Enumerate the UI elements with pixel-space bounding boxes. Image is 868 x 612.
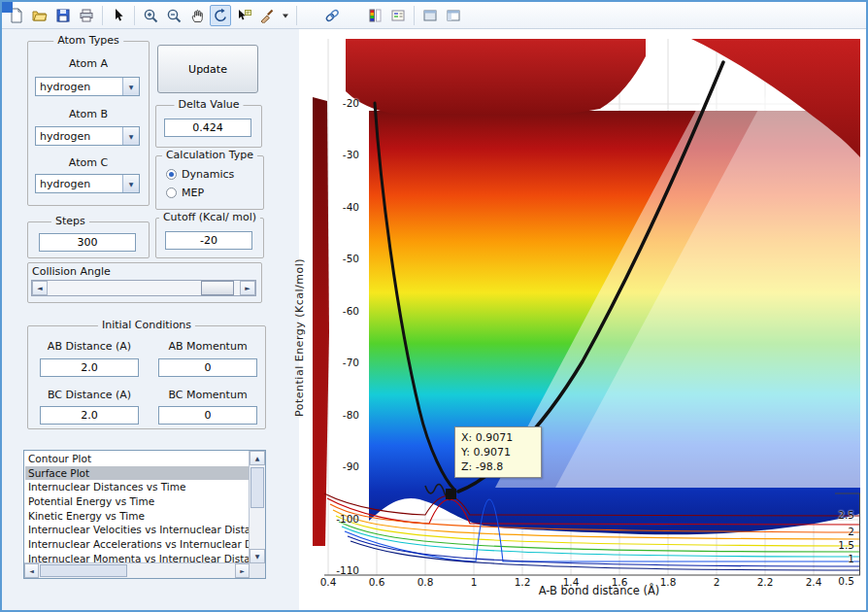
- plot-type-list-rows: Contour PlotSurface PlotInternuclear Dis…: [25, 452, 250, 563]
- link-plots-button[interactable]: [321, 5, 343, 26]
- depth-axis-tick: 0.5: [823, 575, 854, 587]
- delta-value-group: Delta Value: [155, 105, 262, 148]
- depth-axis-tick: 2.5: [823, 509, 854, 521]
- radio-mep-label: MEP: [182, 187, 204, 199]
- slider-left-arrow[interactable]: [32, 281, 48, 295]
- open-file-button[interactable]: [29, 5, 50, 26]
- print-figure-button[interactable]: [76, 5, 97, 26]
- delta-value-field[interactable]: [164, 119, 251, 137]
- data-cursor-marker[interactable]: [446, 489, 456, 499]
- x-axis-tick: 1: [458, 576, 489, 588]
- steps-field[interactable]: [39, 233, 136, 252]
- slider-thumb[interactable]: [201, 281, 234, 295]
- datatip-x-value: X: 0.9071: [461, 430, 535, 445]
- list-item[interactable]: Contour Plot: [25, 452, 250, 466]
- vertical-scrollbar[interactable]: [249, 451, 265, 563]
- save-floppy-icon: [55, 8, 71, 23]
- radio-button-icon[interactable]: [166, 187, 177, 198]
- x-axis-tick: 1.4: [555, 576, 586, 588]
- ab-distance-field[interactable]: [40, 358, 139, 377]
- list-item[interactable]: Surface Plot: [25, 466, 250, 481]
- list-item[interactable]: Internuclear Velocities vs Internuclear …: [25, 523, 250, 537]
- z-axis-tick: -50: [324, 253, 359, 264]
- pan-hand-icon: [189, 8, 205, 23]
- x-axis-tick: 1.8: [652, 576, 684, 588]
- pan-button[interactable]: [186, 5, 208, 26]
- scroll-up-arrow[interactable]: [250, 451, 265, 465]
- cutoff-field[interactable]: [165, 231, 252, 250]
- radio-dynamics[interactable]: Dynamics: [166, 168, 234, 181]
- edit-plot-button[interactable]: [108, 5, 129, 26]
- toolbar-separator: [414, 6, 415, 25]
- atom-a-value: hydrogen: [40, 81, 90, 93]
- vertical-scroll-thumb[interactable]: [250, 467, 264, 508]
- calculation-type-group: Calculation Type Dynamics MEP: [155, 155, 264, 210]
- scroll-down-arrow[interactable]: [250, 549, 265, 563]
- zoom-in-icon: [143, 8, 158, 23]
- update-button[interactable]: Update: [157, 45, 258, 93]
- scroll-left-arrow[interactable]: [24, 563, 39, 578]
- legend-icon: [390, 8, 406, 23]
- list-item[interactable]: Kinetic Energy vs Time: [25, 509, 250, 524]
- z-axis-tick: -70: [324, 357, 359, 368]
- show-plot-tools-button[interactable]: [443, 5, 464, 26]
- rotate-3d-icon: [213, 8, 228, 23]
- radio-mep[interactable]: MEP: [166, 187, 204, 199]
- hide-plot-tools-button[interactable]: [419, 5, 441, 26]
- brush-icon: [259, 8, 275, 23]
- list-item[interactable]: Potential Energy vs Time: [25, 494, 250, 509]
- toolbar-separator: [134, 6, 135, 25]
- atom-b-label: Atom B: [28, 108, 149, 120]
- insert-legend-button[interactable]: [387, 5, 409, 26]
- atom-a-dropdown[interactable]: hydrogen: [35, 77, 140, 96]
- bc-momentum-field[interactable]: [158, 406, 257, 425]
- z-axis-tick: -20: [324, 97, 359, 109]
- toolbar-separator: [296, 6, 297, 25]
- atom-types-legend: Atom Types: [53, 34, 123, 47]
- scroll-right-arrow[interactable]: [235, 563, 250, 578]
- chevron-down-icon[interactable]: [122, 78, 139, 95]
- data-cursor-button[interactable]: [233, 5, 254, 26]
- z-axis-tick: -110: [324, 564, 359, 576]
- surface-plot-canvas[interactable]: [311, 31, 868, 606]
- collision-angle-slider[interactable]: [31, 280, 256, 296]
- atom-a-label: Atom A: [28, 57, 149, 70]
- cutoff-group: Cutoff (Kcal/ mol): [155, 218, 264, 258]
- zoom-in-button[interactable]: [140, 5, 161, 26]
- ab-momentum-field[interactable]: [158, 358, 257, 377]
- brush-menu-arrow-button[interactable]: [280, 5, 291, 26]
- atom-c-label: Atom C: [28, 156, 149, 169]
- x-axis-tick: 0.8: [410, 576, 441, 588]
- data-cursor-tooltip[interactable]: X: 0.9071 Y: 0.9071 Z: -98.8: [454, 426, 542, 478]
- radio-button-icon[interactable]: [166, 169, 177, 180]
- z-axis-tick: -90: [324, 460, 359, 472]
- collision-angle-label: Collision Angle: [32, 265, 111, 278]
- atom-c-dropdown[interactable]: hydrogen: [35, 174, 140, 193]
- ab-momentum-label: AB Momentum: [147, 340, 269, 353]
- scrollbar-corner: [250, 563, 265, 578]
- save-figure-button[interactable]: [52, 5, 74, 26]
- delta-value-legend: Delta Value: [174, 98, 243, 111]
- horizontal-scrollbar[interactable]: [24, 562, 250, 578]
- high-energy-back-wall: [346, 39, 646, 116]
- colorbar-icon: [367, 8, 383, 23]
- atom-b-dropdown[interactable]: hydrogen: [35, 126, 140, 146]
- chevron-down-icon[interactable]: [122, 127, 139, 145]
- insert-colorbar-button[interactable]: [364, 5, 385, 26]
- list-item[interactable]: Internuclear Accelerations vs Internucle…: [25, 537, 250, 552]
- z-axis-tick: -40: [324, 201, 359, 213]
- x-axis-tick: 1.2: [507, 576, 538, 588]
- horizontal-scroll-thumb[interactable]: [40, 564, 127, 577]
- slider-right-arrow[interactable]: [240, 281, 255, 295]
- collision-angle-group: Collision Angle: [27, 262, 262, 303]
- rotate-3d-button[interactable]: [210, 5, 231, 26]
- plot-type-list[interactable]: Contour PlotSurface PlotInternuclear Dis…: [23, 450, 266, 579]
- zoom-out-icon: [166, 8, 182, 23]
- z-axis-label: Potential Energy (Kcal/mol): [293, 240, 307, 434]
- list-item[interactable]: Internuclear Distances vs Time: [25, 480, 250, 494]
- datatip-y-value: Y: 0.9071: [461, 445, 535, 459]
- brush-data-button[interactable]: [256, 5, 278, 26]
- bc-distance-field[interactable]: [40, 406, 139, 425]
- zoom-out-button[interactable]: [163, 5, 184, 26]
- chevron-down-icon[interactable]: [122, 175, 139, 192]
